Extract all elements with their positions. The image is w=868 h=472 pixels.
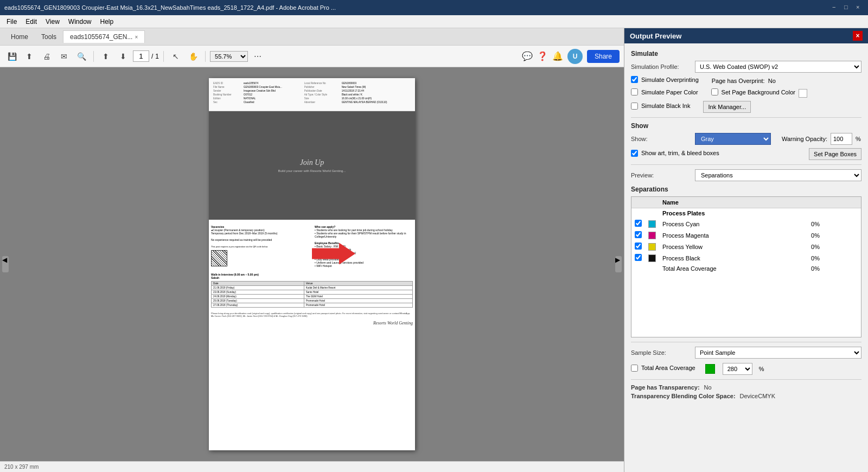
sep-row-value: 0% <box>808 252 845 264</box>
menu-help[interactable]: Help <box>96 17 118 27</box>
pdf-viewer[interactable]: ◀ EADS IDeads1055674Local Reference NoGE… <box>0 67 624 461</box>
set-page-boxes-button[interactable]: Set Page Boxes <box>809 148 861 160</box>
show-section: Show Show: Gray All CMYK Plates Warning … <box>631 122 861 160</box>
pdf-area: Home Tools eads1055674_GEN... × 💾 ⬆ 🖨 ✉ … <box>0 28 624 472</box>
bell-icon[interactable]: 🔔 <box>552 51 563 61</box>
simulate-paper-color-text: Simulate Paper Color <box>641 89 698 95</box>
pdf-page: EADS IDeads1055674Local Reference NoGEN1… <box>209 78 415 450</box>
print-btn[interactable]: 🖨 <box>39 49 54 64</box>
sample-section: Sample Size: Point Sample 3x3 Average 5x… <box>631 347 861 359</box>
upload-btn[interactable]: ⬆ <box>22 49 37 64</box>
tac-value-select[interactable]: 280 300 320 <box>723 363 752 375</box>
more-btn[interactable]: ⋯ <box>250 49 265 64</box>
set-page-bg-label[interactable]: Set Page Background Color <box>711 88 795 95</box>
table-row: Process Cyan0% <box>631 218 861 229</box>
sep-row-checkbox[interactable] <box>635 243 642 250</box>
prev-page-btn[interactable]: ⬆ <box>98 49 113 64</box>
col-name: Name <box>659 197 808 208</box>
simulation-profile-select[interactable]: U.S. Web Coated (SWOP) v2 <box>695 61 861 73</box>
separations-table: Name Process PlatesProcess Cyan0%Process… <box>631 197 861 273</box>
preview-row: Preview: Separations Color Warnings Off <box>631 169 861 181</box>
col-check <box>631 197 645 208</box>
page-dimensions: 210 x 297 mm <box>4 464 39 470</box>
divider3 <box>631 342 861 342</box>
color-swatch <box>648 232 656 239</box>
toolbar-right: 💬 ❓ 🔔 U Share <box>522 49 620 64</box>
status-bar: 210 x 297 mm <box>0 461 624 472</box>
minimize-btn[interactable]: − <box>832 4 840 11</box>
page-separator: / <box>151 53 153 60</box>
table-row: Process Black0% <box>631 252 861 264</box>
tab-home[interactable]: Home <box>4 31 35 43</box>
hand-tool[interactable]: ✋ <box>186 49 201 64</box>
simulate-overprinting-label[interactable]: Simulate Overprinting <box>631 76 699 83</box>
table-row: Process Magenta0% <box>631 229 861 241</box>
show-row: Show: Gray All CMYK Plates Warning Opaci… <box>631 133 861 145</box>
title-bar: eads1055674_GEN1809003 Croupier-East Msi… <box>0 0 868 15</box>
simulate-paper-color-checkbox[interactable] <box>631 88 638 95</box>
set-page-bg-checkbox[interactable] <box>711 88 718 95</box>
maximize-btn[interactable]: □ <box>844 4 852 11</box>
tab-doc[interactable]: eads1055674_GEN... × <box>63 30 145 43</box>
simulate-black-ink-text: Simulate Black Ink <box>641 103 690 109</box>
page-nav: / 1 <box>133 50 159 62</box>
panel-title: Output Preview <box>630 32 681 40</box>
simulate-label: Simulate <box>631 50 861 58</box>
sep2 <box>163 51 164 62</box>
main-toolbar: 💾 ⬆ 🖨 ✉ 🔍 ⬆ ⬇ / 1 ↖ ✋ 55.7% 50% 75% 100% <box>0 46 624 67</box>
menu-file[interactable]: File <box>2 17 21 27</box>
sep-row-checkbox[interactable] <box>635 231 642 238</box>
save-btn[interactable]: 💾 <box>4 49 20 64</box>
tac-checkbox-label[interactable]: Total Area Coverage <box>631 365 695 372</box>
menu-edit[interactable]: Edit <box>21 17 41 27</box>
email-btn[interactable]: ✉ <box>56 49 72 64</box>
next-page-btn[interactable]: ⬇ <box>116 49 131 64</box>
show-select[interactable]: Gray All CMYK Plates <box>695 133 771 145</box>
user-avatar[interactable]: U <box>567 49 583 64</box>
tac-checkbox[interactable] <box>631 365 638 372</box>
show-art-trim-label[interactable]: Show art, trim, & bleed boxes <box>631 150 719 157</box>
simulate-black-ink-label[interactable]: Simulate Black Ink <box>631 103 690 110</box>
preview-label: Preview: <box>631 172 691 178</box>
app-title: eads1055674_GEN1809003 Croupier-East Msi… <box>4 4 832 11</box>
divider2 <box>631 164 861 165</box>
cursor-tool[interactable]: ↖ <box>168 49 183 64</box>
tab-tools[interactable]: Tools <box>35 31 63 43</box>
page-total: 1 <box>155 53 159 60</box>
page-has-overprint-label: Page has Overprint: No <box>712 78 776 84</box>
tab-close-icon[interactable]: × <box>135 34 138 40</box>
color-swatch <box>648 254 656 262</box>
show-art-trim-checkbox[interactable] <box>631 150 638 157</box>
sample-row: Sample Size: Point Sample 3x3 Average 5x… <box>631 347 861 359</box>
panel-close-button[interactable]: × <box>853 31 863 41</box>
col-color <box>645 197 659 208</box>
page-transparency-row: Page has Transparency: No <box>631 384 861 391</box>
simulate-overprinting-checkbox[interactable] <box>631 76 638 83</box>
simulate-black-ink-checkbox[interactable] <box>631 103 638 110</box>
search-btn[interactable]: 🔍 <box>74 49 89 64</box>
menu-view[interactable]: View <box>41 17 64 27</box>
bg-color-swatch[interactable] <box>799 89 807 98</box>
close-btn[interactable]: × <box>856 4 864 11</box>
scroll-left[interactable]: ◀ <box>2 256 9 272</box>
page-input[interactable] <box>133 50 149 62</box>
ink-manager-button[interactable]: Ink Manager... <box>703 101 751 113</box>
share-button[interactable]: Share <box>587 50 620 63</box>
sep-row-name: Process Plates <box>659 208 808 219</box>
black-ink-row: Simulate Black Ink Ink Manager... <box>631 101 861 113</box>
chat-icon[interactable]: 💬 <box>522 51 533 61</box>
preview-select[interactable]: Separations Color Warnings Off <box>695 169 861 181</box>
scroll-right[interactable]: ▶ <box>615 256 622 272</box>
menu-window[interactable]: Window <box>64 17 96 27</box>
simulate-paper-color-label[interactable]: Simulate Paper Color <box>631 88 698 95</box>
tac-color-swatch[interactable] <box>705 364 715 374</box>
warning-opacity-input[interactable] <box>831 133 852 145</box>
simulate-overprinting-text: Simulate Overprinting <box>641 76 699 83</box>
sample-size-select[interactable]: Point Sample 3x3 Average 5x5 Average <box>695 347 861 359</box>
separations-title: Separations <box>631 186 861 193</box>
tab-bar: Home Tools eads1055674_GEN... × <box>0 28 624 46</box>
help-icon[interactable]: ❓ <box>537 51 548 61</box>
sep-row-checkbox[interactable] <box>635 254 642 261</box>
sep-row-checkbox[interactable] <box>635 220 642 227</box>
zoom-select[interactable]: 55.7% 50% 75% 100% <box>210 51 248 62</box>
